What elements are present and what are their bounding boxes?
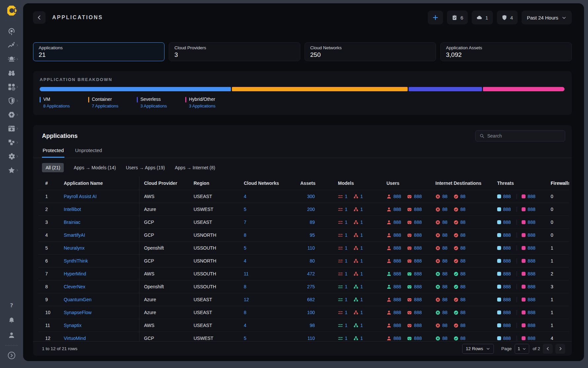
threats-secondary-count[interactable]: 888 (528, 297, 535, 302)
filter-chip-users-apps-19[interactable]: Users → Apps (19) (126, 165, 165, 170)
assets-link[interactable]: 95 (310, 232, 315, 238)
human-users-count[interactable]: 888 (393, 245, 401, 251)
human-users-count[interactable]: 888 (393, 220, 401, 225)
cloud-networks-link[interactable]: 7 (244, 220, 246, 225)
threats-secondary-count[interactable]: 888 (528, 258, 535, 264)
assets-link[interactable]: 682 (307, 297, 315, 302)
sidebar-item-inventory[interactable] (4, 80, 19, 94)
application-name-link[interactable]: Neuralynx (64, 245, 85, 251)
blocked-destinations-count[interactable]: 88 (442, 258, 448, 264)
blocked-destinations-count[interactable]: 88 (442, 323, 448, 328)
threats-primary-count[interactable]: 888 (503, 297, 511, 302)
bar-segment-container[interactable] (232, 87, 407, 91)
stat-card-cloud-networks[interactable]: Cloud Networks250 (305, 42, 436, 61)
page-number-select[interactable]: 1 (515, 344, 530, 354)
model-hierarchy-count[interactable]: 1 (360, 220, 363, 225)
threats-secondary-count[interactable]: 888 (528, 194, 535, 199)
threats-secondary-count[interactable]: 888 (528, 323, 535, 328)
threats-secondary-count[interactable]: 888 (528, 271, 535, 276)
allowed-destinations-count[interactable]: 88 (460, 232, 466, 238)
model-hierarchy-count[interactable]: 1 (360, 323, 363, 328)
assets-link[interactable]: 110 (308, 336, 315, 341)
model-hierarchy-count[interactable]: 1 (360, 284, 363, 289)
human-users-count[interactable]: 888 (393, 207, 401, 212)
application-name-link[interactable]: CleverNex (64, 284, 85, 289)
bot-users-count[interactable]: 888 (414, 232, 422, 238)
bot-users-count[interactable]: 888 (414, 310, 422, 315)
model-endpoints-count[interactable]: 1 (345, 297, 348, 302)
back-button[interactable] (33, 11, 46, 24)
assets-link[interactable]: 275 (307, 284, 315, 289)
threats-secondary-count[interactable]: 888 (528, 232, 535, 238)
threats-secondary-count[interactable]: 888 (528, 284, 535, 289)
assets-link[interactable]: 98 (310, 323, 315, 328)
model-hierarchy-count[interactable]: 1 (360, 271, 363, 276)
threats-primary-count[interactable]: 888 (503, 194, 511, 199)
previous-page-button[interactable] (543, 344, 553, 354)
allowed-destinations-count[interactable]: 88 (460, 284, 466, 289)
bot-users-count[interactable]: 888 (414, 336, 422, 341)
cloud-networks-link[interactable]: 5 (244, 336, 246, 341)
stat-card-cloud-providers[interactable]: Cloud Providers3 (169, 42, 300, 61)
sidebar-item-discovery[interactable] (4, 66, 19, 80)
model-endpoints-count[interactable]: 1 (345, 194, 348, 199)
assets-link[interactable]: 300 (307, 194, 315, 199)
model-hierarchy-count[interactable]: 1 (360, 245, 363, 251)
tab-unprotected[interactable]: Unprotected (74, 147, 103, 158)
model-endpoints-count[interactable]: 1 (345, 271, 348, 276)
blocked-destinations-count[interactable]: 88 (442, 310, 448, 315)
bar-segment-vm[interactable] (40, 87, 231, 91)
model-hierarchy-count[interactable]: 1 (360, 297, 363, 302)
legend-count-link[interactable]: 8 Applications (43, 103, 70, 108)
allowed-destinations-count[interactable]: 88 (460, 336, 466, 341)
rows-per-page-select[interactable]: 12 Rows (462, 344, 494, 354)
assets-link[interactable]: 100 (307, 310, 315, 315)
cloud-networks-link[interactable]: 12 (244, 297, 249, 302)
human-users-count[interactable]: 888 (393, 232, 401, 238)
sidebar-item-insights[interactable] (4, 38, 19, 52)
assets-link[interactable]: 80 (310, 258, 315, 264)
bot-users-count[interactable]: 888 (414, 284, 422, 289)
threats-secondary-count[interactable]: 888 (528, 336, 535, 341)
threats-primary-count[interactable]: 888 (503, 220, 511, 225)
threats-secondary-count[interactable]: 888 (528, 310, 535, 315)
model-endpoints-count[interactable]: 1 (345, 207, 348, 212)
threats-primary-count[interactable]: 888 (503, 323, 511, 328)
count-button-cloud[interactable]: 1 (472, 11, 493, 24)
cloud-networks-link[interactable]: 5 (244, 207, 246, 212)
legend-count-link[interactable]: 3 Applications (140, 103, 167, 108)
filter-chip-all-21[interactable]: All (21) (42, 163, 64, 172)
human-users-count[interactable]: 888 (393, 194, 401, 199)
sidebar-item-favorites[interactable] (4, 163, 19, 177)
blocked-destinations-count[interactable]: 88 (442, 284, 448, 289)
threats-primary-count[interactable]: 888 (503, 258, 511, 264)
allowed-destinations-count[interactable]: 88 (460, 310, 466, 315)
model-hierarchy-count[interactable]: 1 (360, 232, 363, 238)
threats-secondary-count[interactable]: 888 (528, 220, 535, 225)
legend-count-link[interactable]: 3 Applications (189, 103, 215, 108)
threats-primary-count[interactable]: 888 (503, 336, 511, 341)
sidebar-item-account[interactable] (4, 328, 19, 343)
allowed-destinations-count[interactable]: 88 (460, 323, 466, 328)
filter-chip-apps-models-14[interactable]: Apps → Models (14) (74, 165, 116, 170)
sidebar-item-notifications[interactable] (4, 313, 19, 328)
bot-users-count[interactable]: 888 (414, 207, 422, 212)
human-users-count[interactable]: 888 (393, 336, 401, 341)
model-endpoints-count[interactable]: 1 (345, 310, 348, 315)
bot-users-count[interactable]: 888 (414, 220, 422, 225)
count-button-shield[interactable]: 4 (497, 11, 518, 24)
human-users-count[interactable]: 888 (393, 323, 401, 328)
assets-link[interactable]: 472 (307, 271, 315, 276)
blocked-destinations-count[interactable]: 88 (442, 194, 448, 199)
allowed-destinations-count[interactable]: 88 (460, 297, 466, 302)
app-logo[interactable] (5, 5, 18, 18)
application-name-link[interactable]: Intellibot (64, 207, 81, 212)
threats-primary-count[interactable]: 888 (503, 207, 511, 212)
model-endpoints-count[interactable]: 1 (345, 323, 348, 328)
bar-segment-hybrid-other[interactable] (483, 87, 565, 91)
cloud-networks-link[interactable]: 11 (244, 271, 249, 276)
application-name-link[interactable]: SynapseFlow (64, 310, 92, 315)
cloud-networks-link[interactable]: 8 (244, 232, 246, 238)
sidebar-item-applications[interactable] (4, 122, 19, 136)
application-name-link[interactable]: QuantumGen (64, 297, 92, 302)
